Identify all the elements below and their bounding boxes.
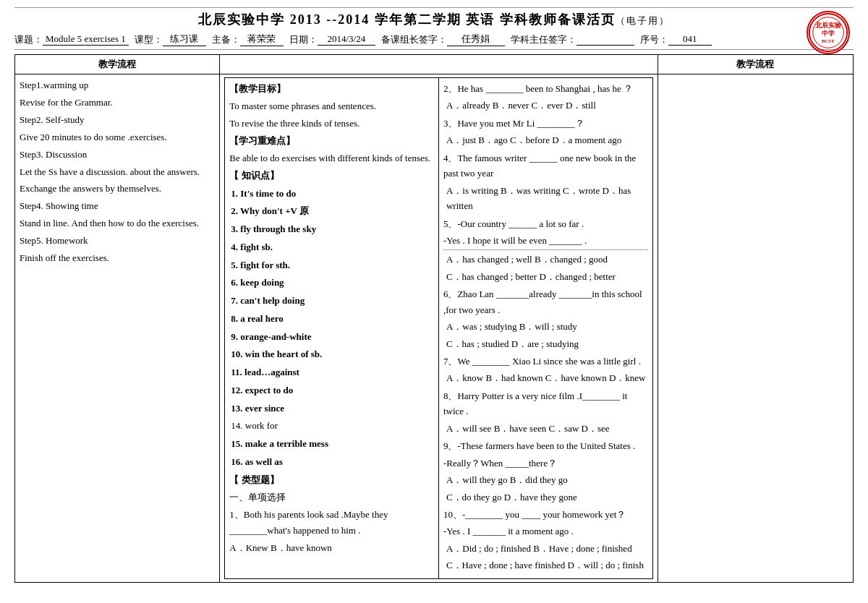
col1-content: Step1.warming up Revise for the Grammar.… bbox=[15, 74, 220, 583]
exercise-type: 一、单项选择 bbox=[229, 489, 434, 505]
q5-block: 5、-Our country ______ a lot so far . -Ye… bbox=[443, 216, 648, 285]
step5: Step5. Homework bbox=[20, 233, 215, 249]
subtitle-text: （电子用） bbox=[616, 15, 670, 26]
q10-opt2: C．Have ; done ; have finished D．will ; d… bbox=[443, 557, 648, 573]
q7-block: 7、We ________ Xiao Li since she was a li… bbox=[443, 354, 648, 386]
col2-main bbox=[220, 55, 658, 74]
q4-options: A．is writing B．was writing C．wrote D．has… bbox=[443, 183, 648, 214]
objectives-header: 【教学目标】 bbox=[229, 81, 434, 97]
group-leader-field: 备课组长签字： 任秀娟 bbox=[381, 33, 505, 46]
q1-block: 1、Both his parents look sad .Maybe they … bbox=[229, 507, 434, 556]
page-title: 北辰实验中学 2013 --2014 学年第二学期 英语 学科教师备课活页（电子… bbox=[14, 11, 854, 28]
kp14: 14. work for bbox=[231, 418, 434, 435]
q9-sub: -Really？When _____there？ bbox=[443, 456, 648, 471]
objectives-section: 【教学目标】 To master some phrases and senten… bbox=[229, 81, 434, 556]
group-leader-label: 备课组长签字： bbox=[381, 33, 447, 46]
top-border bbox=[14, 7, 854, 8]
q1-stem: 1、Both his parents look sad .Maybe they … bbox=[229, 507, 434, 539]
q6-opt2: C．has ; studied D．are ; studying bbox=[443, 336, 648, 351]
questions-section: 2、He has ________ been to Shanghai , has… bbox=[443, 81, 648, 573]
q2-stem: 2、He has ________ been to Shanghai , has… bbox=[443, 81, 648, 96]
subject-field: 课题： Module 5 exercises 1 bbox=[14, 33, 129, 46]
kp16: 16. as well as bbox=[231, 454, 434, 471]
step3-detail: Let the Ss have a discussion. about the … bbox=[20, 164, 215, 196]
q3-stem: 3、Have you met Mr Li ________？ bbox=[443, 116, 648, 131]
exercises-header: 【 类型题】 bbox=[229, 472, 434, 488]
step3: Step3. Discussion bbox=[20, 147, 215, 163]
kp1: 1. It's time to do bbox=[231, 186, 434, 202]
main-table: 教学流程 教学流程 Step1.warming up Revise for th… bbox=[14, 54, 854, 583]
info-row: 课题： Module 5 exercises 1 课型： 练习课 主备： 蒋荣荣… bbox=[14, 33, 854, 50]
step1-detail: Revise for the Grammar. bbox=[20, 95, 215, 111]
q10-opt1: A．Did ; do ; finished B．Have ; done ; fi… bbox=[443, 541, 648, 556]
q10-sub: -Yes . I _______ it a moment ago . bbox=[443, 523, 648, 539]
svg-text:北辰实验: 北辰实验 bbox=[814, 21, 842, 29]
type-value: 练习课 bbox=[163, 33, 206, 46]
sequence-label: 序号： bbox=[640, 33, 668, 46]
key-points-header: 【学习重难点】 bbox=[229, 133, 434, 149]
subject-head-value bbox=[576, 33, 634, 46]
q10-stem: 10、-________ you ____ your homework yet？ bbox=[443, 507, 648, 522]
q3-options: A．just B．ago C．before D．a moment ago bbox=[443, 132, 648, 147]
type-label: 课型： bbox=[135, 33, 163, 46]
q7-stem: 7、We ________ Xiao Li since she was a li… bbox=[443, 354, 648, 369]
knowledge-list: 1. It's time to do 2. Why don't +V 原 3. … bbox=[229, 186, 434, 471]
q10-block: 10、-________ you ____ your homework yet？… bbox=[443, 507, 648, 573]
teacher-label: 主备： bbox=[212, 33, 240, 46]
q6-stem: 6、Zhao Lan _______already _______in this… bbox=[443, 286, 648, 317]
date-label: 日期： bbox=[289, 33, 318, 46]
kp5: 5. fight for sth. bbox=[231, 257, 434, 274]
q8-stem: 8、Harry Potter is a very nice film .I___… bbox=[443, 388, 648, 419]
subject-head-label: 学科主任签字： bbox=[511, 33, 576, 46]
obj1: To master some phrases and sentences. bbox=[229, 98, 434, 114]
q6-block: 6、Zhao Lan _______already _______in this… bbox=[443, 286, 648, 351]
svg-text:中学: 中学 bbox=[822, 30, 835, 37]
step4: Step4. Showing time bbox=[20, 198, 215, 214]
q2-block: 2、He has ________ been to Shanghai , has… bbox=[443, 81, 648, 114]
kp8: 8. a real hero bbox=[231, 311, 434, 328]
q5-opt2: C．has changed ; better D．changed ; bette… bbox=[443, 269, 648, 284]
teacher-field: 主备： 蒋荣荣 bbox=[212, 33, 284, 46]
date-value: 2014/3/24 bbox=[318, 33, 375, 46]
q9-block: 9、-These farmers have been to the United… bbox=[443, 438, 648, 505]
sequence-field: 序号： 041 bbox=[640, 33, 712, 46]
title-text: 北辰实验中学 2013 --2014 学年第二学期 英语 学科教师备课活页 bbox=[198, 12, 616, 27]
teacher-value: 蒋荣荣 bbox=[240, 33, 284, 46]
school-logo: 北辰实验 中学 BCSY bbox=[807, 11, 850, 54]
subject-label: 课题： bbox=[14, 33, 43, 46]
kp4: 4. fight sb. bbox=[231, 239, 434, 256]
svg-text:BCSY: BCSY bbox=[822, 38, 835, 43]
kp10: 10. win the heart of sb. bbox=[231, 346, 434, 363]
col3-header: 教学流程 bbox=[658, 55, 853, 74]
kp3: 3. fly through the sky bbox=[231, 221, 434, 238]
kp9: 9. orange-and-white bbox=[231, 329, 434, 346]
q5-sub: -Yes . I hope it will be even _______ . bbox=[443, 233, 648, 250]
kp6: 6. keep doing bbox=[231, 275, 434, 291]
q8-block: 8、Harry Potter is a very nice film .I___… bbox=[443, 388, 648, 436]
step2: Step2. Self-study bbox=[20, 112, 215, 128]
q6-opt1: A．was ; studying B．will ; study bbox=[443, 319, 648, 334]
kp12: 12. expect to do bbox=[231, 382, 434, 399]
q4-stem: 4、The famous writer ______ one new book … bbox=[443, 150, 648, 181]
q2-options: A．already B．never C．ever D．still bbox=[443, 98, 648, 113]
kp13: 13. ever since bbox=[231, 401, 434, 417]
step5-detail: Finish off the exercises. bbox=[20, 250, 215, 266]
col1-header: 教学流程 bbox=[15, 55, 220, 74]
col3-content bbox=[658, 74, 853, 583]
kp15: 15. make a terrible mess bbox=[231, 436, 434, 453]
q9-stem: 9、-These farmers have been to the United… bbox=[443, 438, 648, 453]
q8-options: A．will see B．have seen C．saw D．see bbox=[443, 421, 648, 436]
kp2: 2. Why don't +V 原 bbox=[231, 203, 434, 220]
logo-circle: 北辰实验 中学 BCSY bbox=[807, 11, 850, 54]
group-leader-value: 任秀娟 bbox=[447, 33, 505, 46]
step4-detail: Stand in line. And then how to do the ex… bbox=[20, 215, 215, 231]
sequence-value: 041 bbox=[668, 33, 712, 46]
date-field: 日期： 2014/3/24 bbox=[289, 33, 375, 46]
q1-options: A．Knew B．have known bbox=[229, 540, 434, 556]
q3-block: 3、Have you met Mr Li ________？ A．just B．… bbox=[443, 116, 648, 148]
key-points-text: Be able to do exercises with different k… bbox=[229, 150, 434, 166]
step2-detail: Give 20 minutes to do some .exercises. bbox=[20, 129, 215, 145]
subject-head-field: 学科主任签字： bbox=[511, 33, 634, 46]
q9-opt1: A．will they go B．did they go bbox=[443, 472, 648, 487]
col2-content: 【教学目标】 To master some phrases and senten… bbox=[220, 74, 658, 583]
